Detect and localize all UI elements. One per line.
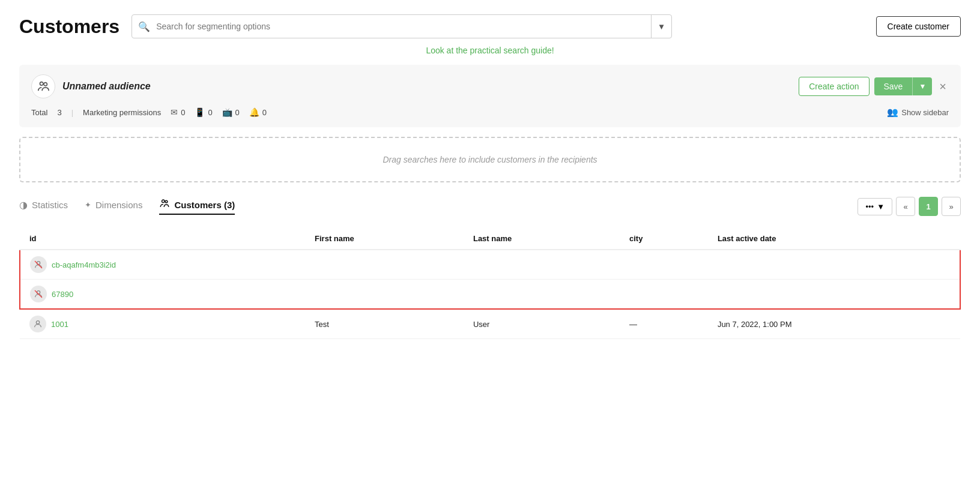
tab-dimensions[interactable]: ✦ Dimensions xyxy=(85,200,142,214)
current-page-button[interactable]: 1 xyxy=(919,197,938,216)
statistics-icon: ◑ xyxy=(19,199,28,211)
svg-point-0 xyxy=(40,82,44,86)
pagination: ••• ▼ « 1 » xyxy=(858,197,961,216)
email-icon: ✉ xyxy=(171,107,178,117)
email-count: 0 xyxy=(181,108,185,117)
show-sidebar-label: Show sidebar xyxy=(901,108,949,117)
audience-icon xyxy=(31,74,55,98)
col-first-name: First name xyxy=(305,228,464,250)
svg-point-2 xyxy=(162,200,165,203)
customer-city xyxy=(620,280,708,310)
drop-zone-text: Drag searches here to include customers … xyxy=(383,155,597,164)
other-stat: 📺 0 xyxy=(222,107,240,117)
col-last-name: Last name xyxy=(464,228,620,250)
col-last-active-date: Last active date xyxy=(708,228,960,250)
customer-city: — xyxy=(620,309,708,339)
audience-title: Unnamed audience xyxy=(62,81,791,92)
show-sidebar-button[interactable]: 👥 Show sidebar xyxy=(887,107,949,118)
customer-last-name: User xyxy=(464,309,620,339)
options-dropdown-icon: ▼ xyxy=(877,202,885,211)
options-label: ••• xyxy=(865,202,874,211)
create-action-button[interactable]: Create action xyxy=(799,77,869,96)
stats-row: Total 3 | Marketing permissions ✉ 0 📱 0 … xyxy=(31,107,949,118)
bell-stat: 🔔 0 xyxy=(249,107,267,117)
row-avatar xyxy=(30,286,47,302)
bell-icon: 🔔 xyxy=(249,107,259,117)
tab-dimensions-label: Dimensions xyxy=(95,200,142,210)
customer-last-active-date xyxy=(708,250,960,280)
audience-actions: Create action Save ▼ × xyxy=(799,77,949,96)
customer-id-link[interactable]: cb-aqafm4mb3i2id xyxy=(52,260,116,269)
search-dropdown-button[interactable]: ▼ xyxy=(651,15,671,38)
save-btn-group: Save ▼ xyxy=(874,77,933,95)
create-customer-button[interactable]: Create customer xyxy=(876,16,961,37)
mobile-stat: 📱 0 xyxy=(195,107,212,117)
search-bar: 🔍 ▼ xyxy=(132,14,672,38)
marketing-permissions-label: Marketing permissions xyxy=(83,108,161,117)
bell-count: 0 xyxy=(262,108,267,117)
close-button[interactable]: × xyxy=(937,80,949,94)
other-icon: 📺 xyxy=(222,107,232,117)
customer-first-name xyxy=(305,280,464,310)
svg-point-3 xyxy=(166,200,168,203)
dimensions-icon: ✦ xyxy=(85,200,91,209)
col-id: id xyxy=(20,228,305,250)
customer-last-name xyxy=(464,280,620,310)
col-city: city xyxy=(620,228,708,250)
page-title: Customers xyxy=(19,16,119,38)
tab-customers-label: Customers (3) xyxy=(174,200,235,210)
table-row[interactable]: cb-aqafm4mb3i2id xyxy=(20,250,960,280)
search-icon: 🔍 xyxy=(132,21,156,32)
customer-id-link[interactable]: 67890 xyxy=(52,290,73,299)
search-input[interactable] xyxy=(156,22,651,31)
save-dropdown-button[interactable]: ▼ xyxy=(912,77,932,95)
search-guide-link[interactable]: Look at the practical search guide! xyxy=(19,46,961,55)
svg-line-7 xyxy=(35,290,42,298)
prev-page-button[interactable]: « xyxy=(896,197,915,216)
svg-point-1 xyxy=(44,83,47,86)
mobile-count: 0 xyxy=(208,108,212,117)
save-button[interactable]: Save xyxy=(874,77,913,95)
table-row[interactable]: 67890 xyxy=(20,280,960,310)
customers-tab-icon xyxy=(159,198,170,211)
stats-divider: | xyxy=(71,108,73,117)
customer-last-name xyxy=(464,250,620,280)
tab-statistics[interactable]: ◑ Statistics xyxy=(19,199,68,214)
options-button[interactable]: ••• ▼ xyxy=(858,198,892,215)
row-avatar xyxy=(29,316,46,332)
audience-panel: Unnamed audience Create action Save ▼ × … xyxy=(19,65,961,127)
customer-first-name: Test xyxy=(305,309,464,339)
svg-point-8 xyxy=(36,321,39,324)
total-count: 3 xyxy=(57,108,61,117)
other-count: 0 xyxy=(235,108,240,117)
customer-first-name xyxy=(305,250,464,280)
customers-table: id First name Last name city Last active… xyxy=(19,228,961,339)
tab-customers[interactable]: Customers (3) xyxy=(159,198,235,215)
next-page-button[interactable]: » xyxy=(942,197,961,216)
customer-last-active-date: Jun 7, 2022, 1:00 PM xyxy=(708,309,960,339)
table-row[interactable]: 1001TestUser—Jun 7, 2022, 1:00 PM xyxy=(20,309,960,339)
mobile-icon: 📱 xyxy=(195,107,205,117)
customer-last-active-date xyxy=(708,280,960,310)
customer-city xyxy=(620,250,708,280)
total-label: Total xyxy=(31,108,47,117)
svg-line-5 xyxy=(35,261,42,268)
tabs-row: ◑ Statistics ✦ Dimensions Customers (3) … xyxy=(19,197,961,216)
email-stat: ✉ 0 xyxy=(171,107,185,117)
show-sidebar-icon: 👥 xyxy=(887,107,898,118)
tab-statistics-label: Statistics xyxy=(32,200,68,210)
row-avatar xyxy=(30,256,47,273)
drop-zone[interactable]: Drag searches here to include customers … xyxy=(19,137,961,182)
customer-id-link[interactable]: 1001 xyxy=(51,320,68,329)
